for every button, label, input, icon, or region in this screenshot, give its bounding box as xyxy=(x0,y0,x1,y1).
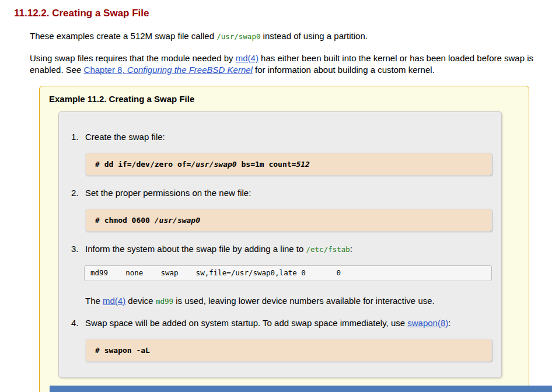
intro-p1-text: These examples create a 512M swap file c… xyxy=(30,31,216,41)
step-1-command-block: # dd if=/dev/zero of=/usr/swap0 bs=1m co… xyxy=(85,153,492,176)
note-text-end: is used, leaving lower device numbers av… xyxy=(173,296,435,306)
step-1-label: Create the swap file: xyxy=(85,132,165,142)
step-1: 1. Create the swap file: # dd if=/dev/ze… xyxy=(85,131,492,176)
command-replaceable: /usr/swap0 xyxy=(155,216,200,225)
chapter-8-link[interactable]: Chapter 8, Configuring the FreeBSD Kerne… xyxy=(84,65,253,75)
step-3-label: Inform the system about the swap file by… xyxy=(85,244,306,254)
step-3: 3. Inform the system about the swap file… xyxy=(85,243,492,307)
step-4-command-block: # swapon -aL xyxy=(85,339,492,362)
step-3-label-end: : xyxy=(350,244,352,254)
step-4-label-end: : xyxy=(448,318,450,328)
chapter-8-link-plain: Chapter 8, xyxy=(84,65,127,75)
step-2-command-block: # chmod 0600 /usr/swap0 xyxy=(85,209,492,232)
command-replaceable: /usr/swap0 xyxy=(191,160,236,169)
command-text: # swapon -aL xyxy=(95,346,150,355)
step-4-marker: 4. xyxy=(71,317,79,329)
procedure-steps: 1. Create the swap file: # dd if=/dev/ze… xyxy=(68,131,492,362)
step-3-marker: 3. xyxy=(71,243,79,255)
md4-manpage-link-2[interactable]: md(4) xyxy=(103,296,125,306)
note-text: The xyxy=(85,296,103,306)
command-text: # dd if=/dev/zero of= xyxy=(95,160,191,169)
step-2-label: Set the proper permissions on the new fi… xyxy=(85,188,251,198)
step-2: 2. Set the proper permissions on the new… xyxy=(85,187,492,232)
step-1-marker: 1. xyxy=(71,131,79,143)
step-4-label: Swap space will be added on system start… xyxy=(85,318,407,328)
example-box: Example 11.2. Creating a Swap File 1. Cr… xyxy=(39,86,529,392)
swapon-manpage-link[interactable]: swapon(8) xyxy=(407,318,448,328)
intro-paragraph-1: These examples create a 512M swap file c… xyxy=(30,30,538,43)
command-text: bs=1m count= xyxy=(237,160,296,169)
intro-p1-text-end: instead of using a partition. xyxy=(260,31,367,41)
section-heading: 11.12.2. Creating a Swap File xyxy=(14,7,538,19)
step-3-note: The md(4) device md99 is used, leaving l… xyxy=(85,295,492,307)
page-content: 11.12.2. Creating a Swap File These exam… xyxy=(0,0,552,392)
note-text-mid: device xyxy=(125,296,156,306)
filename-usr-swap0: /usr/swap0 xyxy=(216,32,260,41)
step-2-marker: 2. xyxy=(71,187,79,199)
device-md99: md99 xyxy=(156,297,173,306)
step-4: 4. Swap space will be added on system st… xyxy=(85,317,492,362)
next-section-partial-bar xyxy=(50,386,552,392)
example-title: Example 11.2. Creating a Swap File xyxy=(49,93,519,104)
filename-etc-fstab: /etc/fstab xyxy=(306,245,350,254)
command-text: # chmod 0600 xyxy=(95,216,155,225)
intro-p2-text: Using swap files requires that the modul… xyxy=(30,53,236,63)
md4-manpage-link[interactable]: md(4) xyxy=(236,53,258,63)
chapter-8-link-title: Configuring the FreeBSD Kernel xyxy=(127,65,253,75)
command-replaceable: 512 xyxy=(296,160,309,169)
intro-p2-text-end: for information about building a custom … xyxy=(253,65,435,75)
procedure-box: 1. Create the swap file: # dd if=/dev/ze… xyxy=(58,111,502,378)
intro-paragraph-2: Using swap files requires that the modul… xyxy=(30,52,538,76)
fstab-listing-block: md99 none swap sw,file=/usr/swap0,late 0… xyxy=(84,265,492,281)
